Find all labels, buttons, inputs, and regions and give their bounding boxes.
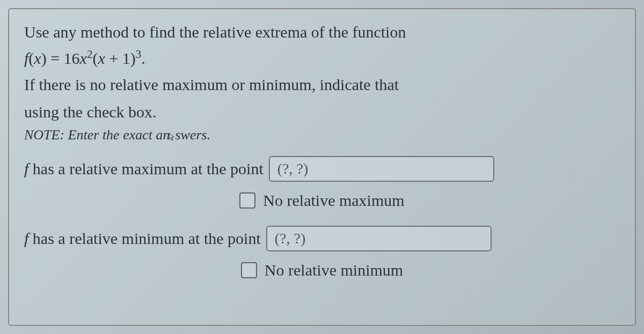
max-answer-row: f has a relative maximum at the point (?… — [24, 156, 620, 182]
min-label: has a relative minimum at the point — [33, 229, 261, 247]
f-symbol-min: f — [24, 229, 33, 247]
f-symbol-max: f — [24, 160, 33, 177]
no-min-row: No relative minimum — [24, 261, 620, 279]
no-min-checkbox[interactable] — [241, 262, 257, 278]
min-answer-row: f has a relative minimum at the point (?… — [24, 226, 620, 251]
note-text: NOTE: Enter the exact answers. — [24, 127, 620, 143]
no-min-label: No relative minimum — [265, 261, 403, 279]
no-max-checkbox[interactable] — [239, 192, 255, 209]
cursor-icon — [168, 130, 177, 146]
min-point-input[interactable]: (?, ?) — [266, 226, 492, 251]
question-prompt-line1: Use any method to find the relative extr… — [24, 20, 620, 44]
max-point-input[interactable]: (?, ?) — [269, 156, 494, 182]
no-max-row: No relative maximum — [24, 191, 620, 210]
question-container: Use any method to find the relative extr… — [8, 8, 636, 326]
no-max-label: No relative maximum — [263, 191, 404, 210]
condition-line2: using the check box. — [24, 100, 620, 124]
max-label: has a relative maximum at the point — [33, 160, 264, 177]
condition-line1: If there is no relative maximum or minim… — [24, 72, 620, 97]
function-definition: f(x) = 16x2(x + 1)3. — [24, 46, 620, 70]
